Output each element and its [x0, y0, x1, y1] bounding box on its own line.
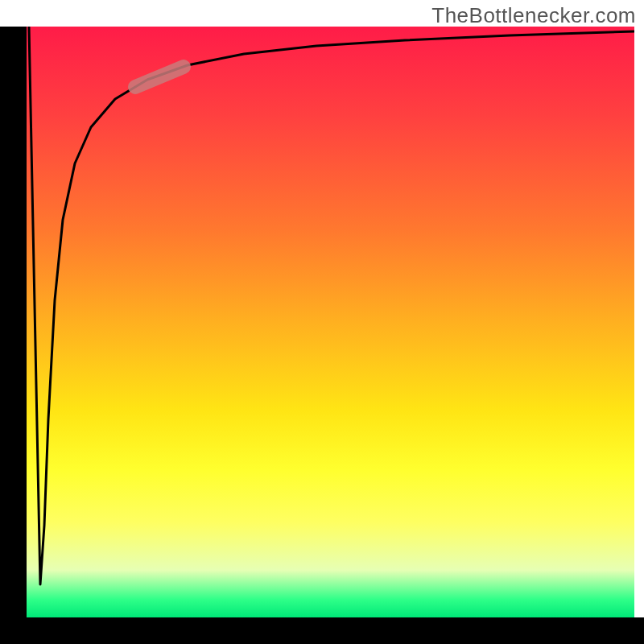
- chart-gradient-background: [27, 27, 634, 617]
- chart-frame: TheBottlenecker.com: [0, 0, 644, 644]
- y-axis-border: [0, 27, 27, 644]
- watermark-text: TheBottlenecker.com: [431, 3, 636, 28]
- x-axis-border: [0, 617, 644, 644]
